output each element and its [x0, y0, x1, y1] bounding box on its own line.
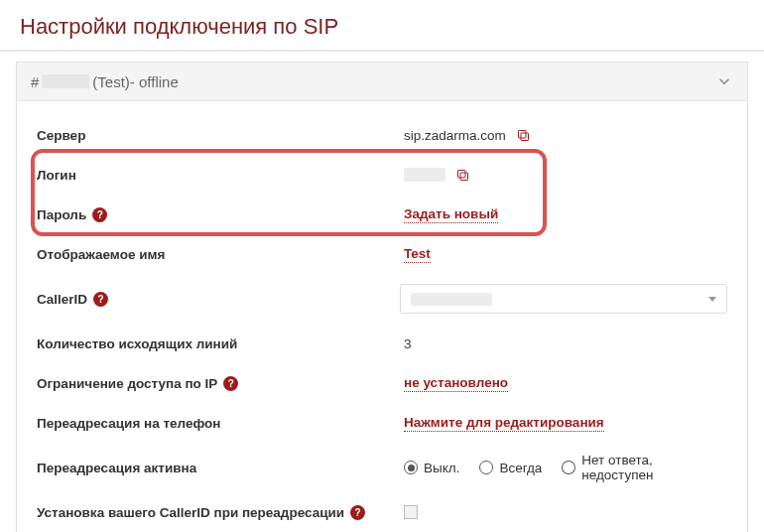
- redacted-number: [42, 74, 89, 88]
- svg-rect-1: [518, 130, 526, 138]
- radio-icon: [562, 461, 575, 474]
- test-suffix: (Test): [92, 73, 130, 90]
- radio-noanswer-label: Нет ответа, недоступен: [581, 453, 727, 482]
- panel-body: Сервер sip.zadarma.com Логин: [17, 101, 747, 532]
- radio-off-label: Выкл.: [424, 461, 459, 475]
- label-callerid: CallerID: [37, 292, 87, 307]
- copy-icon[interactable]: [455, 168, 470, 183]
- status-text: - offline: [130, 73, 179, 90]
- radio-always-label: Всегда: [499, 461, 542, 475]
- row-login: Логин: [37, 155, 727, 195]
- help-icon[interactable]: ?: [93, 292, 108, 307]
- row-displayname: Отображаемое имя Test: [37, 234, 727, 274]
- radio-noanswer[interactable]: Нет ответа, недоступен: [562, 453, 727, 482]
- lines-value: 3: [404, 336, 412, 351]
- label-forward-phone: Переадресация на телефон: [37, 416, 404, 431]
- row-server: Сервер sip.zadarma.com: [37, 115, 727, 155]
- label-forward-active: Переадресация активна: [37, 461, 404, 475]
- help-icon[interactable]: ?: [223, 376, 238, 391]
- displayname-value[interactable]: Test: [404, 246, 431, 263]
- chevron-down-icon[interactable]: [715, 72, 733, 90]
- hash-prefix: #: [31, 73, 39, 90]
- server-value: sip.zadarma.com: [404, 128, 506, 143]
- label-callerid-forward: Установка вашего CallerID при переадреса…: [37, 505, 344, 520]
- callerid-value-redacted: [411, 293, 492, 306]
- callerid-forward-checkbox[interactable]: [404, 505, 418, 519]
- svg-rect-3: [458, 170, 466, 178]
- row-callerid-forward: Установка вашего CallerID при переадреса…: [37, 492, 727, 532]
- page-title: Настройки подключения по SIP: [0, 0, 764, 52]
- svg-rect-2: [460, 173, 468, 181]
- dropdown-arrow-icon: [708, 297, 716, 302]
- radio-icon: [479, 461, 493, 474]
- row-lines: Количество исходящих линий 3: [37, 324, 727, 363]
- row-forward-phone: Переадресация на телефон Нажмите для ред…: [37, 403, 727, 443]
- sip-panel: # (Test) - offline Сервер sip.zadarma.co…: [16, 62, 748, 532]
- label-lines: Количество исходящих линий: [37, 336, 404, 351]
- help-icon[interactable]: ?: [350, 505, 365, 520]
- panel-header[interactable]: # (Test) - offline: [17, 63, 747, 101]
- forward-active-radios: Выкл. Всегда Нет ответа, недоступен: [404, 453, 727, 482]
- label-displayname: Отображаемое имя: [37, 247, 404, 262]
- label-server: Сервер: [37, 128, 404, 143]
- row-password: Пароль ? Задать новый: [37, 195, 727, 234]
- label-login: Логин: [37, 168, 404, 183]
- help-icon[interactable]: ?: [92, 207, 107, 222]
- row-callerid: CallerID ?: [37, 274, 727, 324]
- copy-icon[interactable]: [516, 128, 531, 143]
- iplimit-value[interactable]: не установлено: [404, 375, 508, 392]
- radio-icon: [404, 461, 418, 474]
- radio-always[interactable]: Всегда: [479, 461, 542, 475]
- login-value-redacted: [404, 168, 446, 182]
- label-iplimit: Ограничение доступа по IP: [37, 376, 217, 391]
- row-iplimit: Ограничение доступа по IP ? не установле…: [37, 363, 727, 403]
- set-new-password-link[interactable]: Задать новый: [404, 206, 498, 223]
- forward-phone-value[interactable]: Нажмите для редактирования: [404, 415, 604, 432]
- label-password: Пароль: [37, 207, 86, 222]
- row-forward-active: Переадресация активна Выкл. Всегда Нет о…: [37, 443, 727, 492]
- callerid-select[interactable]: [400, 284, 727, 314]
- radio-off[interactable]: Выкл.: [404, 461, 459, 475]
- svg-rect-0: [521, 133, 529, 141]
